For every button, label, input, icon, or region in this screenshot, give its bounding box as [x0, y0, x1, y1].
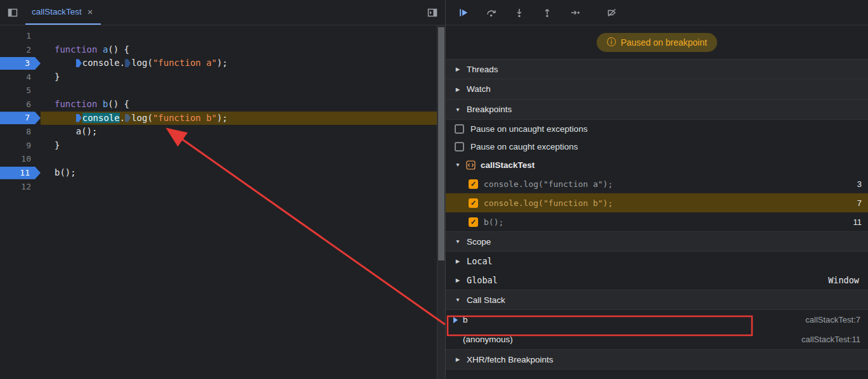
resume-button[interactable] — [453, 4, 474, 22]
breakpoint-gutter-marker[interactable]: 7 — [0, 112, 41, 125]
file-tab-callstacktest[interactable]: callStackTest × — [25, 0, 101, 25]
code-token — [97, 44, 102, 55]
section-xhr-breakpoints[interactable]: XHR/fetch Breakpoints — [446, 349, 868, 369]
show-navigator-button[interactable] — [0, 0, 25, 25]
section-threads[interactable]: Threads — [446, 59, 868, 79]
code-line: 1 — [0, 29, 445, 43]
code-text[interactable]: } — [41, 139, 445, 153]
code-text[interactable]: console.log("function a"); — [41, 56, 445, 70]
code-token: "function a" — [153, 58, 217, 68]
toggle-debugger-sidebar-button[interactable] — [420, 0, 445, 25]
chevron-down-icon — [455, 297, 461, 303]
step-into-button[interactable] — [509, 4, 529, 22]
code-line: 12 — [0, 180, 445, 194]
gutter-line-number[interactable]: 2 — [0, 43, 41, 57]
code-token: () { — [108, 44, 129, 55]
code-text[interactable] — [41, 84, 445, 98]
scope-local-row[interactable]: Local — [446, 252, 868, 271]
info-icon: ⓘ — [607, 37, 616, 48]
xhr-label: XHR/fetch Breakpoints — [467, 355, 554, 364]
code-text[interactable] — [41, 152, 445, 166]
code-text[interactable]: a(); — [41, 125, 445, 139]
code-token: a(); — [55, 126, 97, 136]
chevron-down-icon — [455, 106, 461, 113]
code-token: function — [55, 44, 97, 55]
code-token: console. — [82, 58, 125, 68]
breakpoint-gutter-marker[interactable]: 11 — [0, 166, 41, 180]
gutter-line-number[interactable]: 12 — [0, 180, 41, 194]
code-text[interactable]: console.log("function b"); — [41, 112, 445, 125]
code-text[interactable]: function a() { — [41, 43, 445, 57]
pause-caught-checkbox[interactable] — [455, 142, 464, 151]
watch-label: Watch — [467, 84, 491, 94]
breakpoint-code: console.log("function a"); — [484, 179, 613, 189]
pause-uncaught-label: Pause on uncaught exceptions — [470, 124, 588, 134]
breakpoint-file-group[interactable]: callStackTest — [446, 155, 868, 174]
step-into-icon — [514, 8, 524, 18]
debugger-sidebar: ⓘ Paused on breakpoint Threads Watch Bre… — [446, 0, 868, 379]
frame-name: (anonymous) — [463, 335, 513, 344]
code-editor[interactable]: 12function a() {3 console.log("function … — [0, 25, 445, 379]
code-token: "function b" — [153, 113, 217, 123]
breakpoint-file-label: callStackTest — [481, 160, 534, 170]
pause-caught-exceptions-row[interactable]: Pause on caught exceptions — [446, 138, 868, 155]
gutter-line-number[interactable]: 9 — [0, 139, 41, 153]
paused-badge: ⓘ Paused on breakpoint — [597, 33, 717, 52]
breakpoint-gutter-marker[interactable]: 3 — [0, 56, 41, 70]
step-out-button[interactable] — [537, 4, 557, 22]
scope-global-row[interactable]: Global Window — [446, 271, 868, 290]
breakpoint-entry[interactable]: b(); 11 — [446, 212, 868, 231]
code-text[interactable]: } — [41, 70, 445, 84]
resume-icon — [458, 8, 469, 18]
breakpoint-entry[interactable]: console.log("function a"); 3 — [446, 174, 868, 193]
gutter-line-number[interactable]: 4 — [0, 70, 41, 84]
code-token: } — [55, 140, 60, 150]
chevron-down-icon — [455, 162, 461, 168]
code-text[interactable]: b(); — [41, 166, 445, 180]
gutter-line-number[interactable]: 8 — [0, 125, 41, 139]
inline-breakpoint-icon[interactable] — [125, 114, 131, 122]
section-breakpoints[interactable]: Breakpoints — [446, 100, 868, 120]
section-scope[interactable]: Scope — [446, 231, 868, 252]
deactivate-breakpoints-button[interactable] — [602, 4, 622, 22]
toggle-debugger-sidebar-icon — [427, 8, 437, 18]
chevron-right-icon — [455, 277, 461, 283]
breakpoint-checkbox[interactable] — [469, 217, 478, 227]
inline-breakpoint-icon[interactable] — [76, 114, 82, 122]
inline-breakpoint-icon[interactable] — [125, 59, 131, 67]
step-over-icon — [486, 8, 496, 18]
call-stack-frame-current[interactable]: b callStackTest:7 — [446, 310, 868, 330]
code-text[interactable] — [41, 29, 445, 43]
scrollbar-thumb[interactable] — [438, 27, 444, 260]
code-line: 10 — [0, 152, 445, 166]
close-icon[interactable]: × — [87, 7, 93, 16]
call-stack-frame[interactable]: (anonymous) callStackTest:11 — [446, 330, 868, 349]
breakpoint-line-number: 3 — [857, 179, 868, 189]
gutter-line-number[interactable]: 6 — [0, 98, 41, 112]
show-navigator-icon — [8, 8, 18, 18]
breakpoint-entry-active[interactable]: console.log("function b"); 7 — [446, 193, 868, 212]
section-watch[interactable]: Watch — [446, 79, 868, 100]
breakpoint-line-number: 11 — [853, 217, 868, 227]
editor-scrollbar[interactable] — [437, 25, 445, 379]
gutter-line-number[interactable]: 10 — [0, 152, 41, 166]
code-token: log( — [131, 58, 153, 68]
gutter-line-number[interactable]: 5 — [0, 84, 41, 98]
code-text[interactable] — [41, 180, 445, 194]
breakpoint-checkbox[interactable] — [469, 179, 478, 189]
pause-uncaught-checkbox[interactable] — [455, 124, 464, 134]
gutter-line-number[interactable]: 1 — [0, 29, 41, 43]
frame-name: b — [463, 315, 468, 324]
scope-local-label: Local — [467, 256, 493, 266]
step-over-button[interactable] — [481, 4, 502, 22]
section-call-stack[interactable]: Call Stack — [446, 290, 868, 310]
breakpoint-code: b(); — [484, 217, 503, 227]
inline-breakpoint-icon[interactable] — [76, 59, 82, 67]
pause-uncaught-exceptions-row[interactable]: Pause on uncaught exceptions — [446, 120, 868, 138]
code-text[interactable]: function b() { — [41, 98, 445, 112]
breakpoint-checkbox[interactable] — [469, 198, 478, 208]
scope-global-value: Window — [828, 275, 868, 285]
step-button[interactable] — [565, 4, 585, 22]
code-line: 7 console.log("function b"); — [0, 112, 445, 125]
code-token: function — [55, 99, 97, 109]
